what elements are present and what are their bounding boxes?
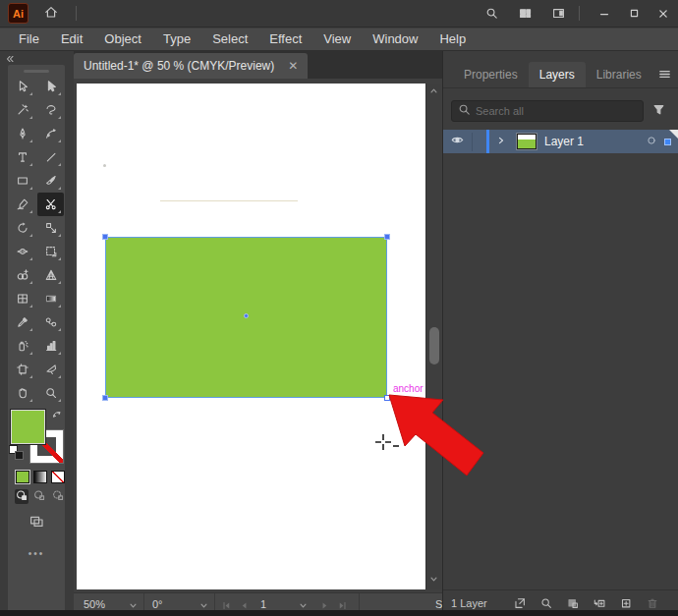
workspace-switcher-icon[interactable]: [514, 3, 536, 25]
layer-thumbnail[interactable]: [517, 134, 537, 149]
window-bottom-edge: [0, 610, 678, 616]
shape-builder-tool[interactable]: [9, 263, 35, 287]
search-icon[interactable]: [480, 3, 502, 25]
mesh-tool[interactable]: [9, 287, 35, 310]
paintbrush-tool[interactable]: [37, 169, 64, 193]
menu-item-file[interactable]: File: [8, 29, 50, 49]
lasso-tool[interactable]: [37, 98, 64, 122]
swap-fill-stroke-icon[interactable]: [51, 408, 64, 425]
scissors-icon: [44, 197, 58, 211]
scroll-down-icon[interactable]: [428, 571, 439, 588]
locate-object-icon[interactable]: [539, 596, 553, 610]
menu-item-effect[interactable]: Effect: [258, 29, 312, 49]
artboard-number[interactable]: 1: [260, 598, 266, 610]
magic-wand-tool[interactable]: [9, 98, 35, 122]
filter-icon[interactable]: [651, 102, 666, 121]
eyedropper-tool[interactable]: [9, 310, 35, 334]
panel-menu-icon[interactable]: [657, 67, 672, 85]
panel-grip[interactable]: [24, 70, 49, 73]
artboard-icon: [16, 363, 29, 376]
zoom-tool[interactable]: [37, 381, 64, 405]
symbol-sprayer-tool[interactable]: [9, 334, 35, 358]
scroll-up-icon[interactable]: [428, 83, 439, 100]
scissors-tool[interactable]: [37, 193, 64, 216]
expand-layer-icon[interactable]: [495, 133, 507, 150]
search-input[interactable]: [476, 105, 638, 117]
rotate-tool[interactable]: [9, 216, 35, 240]
menu-item-object[interactable]: Object: [93, 29, 152, 49]
visibility-eye-icon[interactable]: [443, 133, 473, 151]
create-sublayer-icon[interactable]: [593, 596, 606, 610]
screen-mode-icon[interactable]: [8, 504, 65, 532]
vertical-scrollbar[interactable]: [425, 84, 441, 589]
width-icon: [16, 245, 29, 258]
layer-row[interactable]: Layer 1: [443, 130, 678, 153]
layer-selection-indicator[interactable]: [664, 139, 671, 145]
menu-item-help[interactable]: Help: [428, 29, 477, 49]
menu-item-window[interactable]: Window: [362, 29, 428, 49]
anchor-handle-top-right[interactable]: [384, 234, 390, 240]
line-segment-tool[interactable]: [37, 145, 64, 169]
curvature-tool[interactable]: [37, 122, 64, 145]
make-clipping-mask-icon[interactable]: [566, 596, 580, 610]
color-button[interactable]: [16, 471, 29, 483]
draw-behind-icon[interactable]: [32, 489, 46, 504]
type-tool[interactable]: [9, 145, 35, 169]
center-point-handle[interactable]: [244, 313, 249, 318]
draw-normal-icon[interactable]: [15, 489, 28, 504]
eyedropper-icon: [16, 315, 29, 329]
anchor-handle-top-left[interactable]: [102, 234, 108, 240]
draw-inside-icon[interactable]: [51, 489, 65, 504]
app-logo-icon: Ai: [8, 3, 28, 24]
slice-tool[interactable]: [37, 358, 64, 381]
scrollbar-thumb[interactable]: [429, 327, 439, 364]
tab-libraries[interactable]: Libraries: [586, 62, 652, 87]
graph-tool[interactable]: [37, 334, 64, 358]
layer-target-icon[interactable]: [646, 133, 657, 150]
pen-tool[interactable]: [9, 122, 35, 145]
layer-name[interactable]: Layer 1: [544, 135, 584, 148]
none-button[interactable]: [51, 471, 65, 483]
selection-tool[interactable]: [9, 75, 35, 98]
rotation-value[interactable]: 0°: [152, 598, 163, 610]
close-tab-icon[interactable]: ✕: [288, 59, 298, 73]
mesh-icon: [16, 292, 29, 306]
create-new-layer-icon[interactable]: [619, 596, 633, 610]
free-transform-tool[interactable]: [37, 240, 64, 263]
default-fill-stroke-icon[interactable]: [9, 445, 24, 460]
artboard[interactable]: anchor: [77, 84, 425, 589]
gradient-tool[interactable]: [37, 287, 64, 310]
gradient-icon: [44, 292, 58, 306]
perspective-grid-tool[interactable]: [37, 263, 64, 287]
rectangle-tool[interactable]: [9, 169, 35, 193]
shaper-tool[interactable]: [9, 193, 35, 216]
width-tool[interactable]: [9, 240, 35, 263]
rectangle-icon: [16, 174, 29, 188]
anchor-handle-bottom-left[interactable]: [102, 395, 108, 401]
scale-tool[interactable]: [37, 216, 64, 240]
arrange-documents-icon[interactable]: [547, 3, 569, 25]
hand-tool[interactable]: [9, 381, 35, 405]
document-tab[interactable]: Untitled-1* @ 50 % (CMYK/Preview) ✕: [74, 53, 308, 79]
maximize-button[interactable]: [619, 1, 649, 27]
home-icon[interactable]: [40, 3, 62, 25]
blend-tool[interactable]: [37, 310, 64, 334]
stray-point: [103, 164, 106, 167]
menu-item-edit[interactable]: Edit: [50, 29, 93, 49]
close-button[interactable]: [649, 1, 678, 27]
menu-item-view[interactable]: View: [312, 29, 362, 49]
menu-item-type[interactable]: Type: [152, 29, 201, 49]
artboard-tool[interactable]: [9, 358, 35, 381]
canvas[interactable]: anchor: [74, 79, 442, 592]
tab-layers[interactable]: Layers: [529, 62, 586, 87]
tab-properties[interactable]: Properties: [453, 62, 529, 87]
direct-selection-tool[interactable]: [37, 75, 64, 98]
gradient-button[interactable]: [33, 471, 47, 483]
collect-for-export-icon[interactable]: [513, 596, 527, 610]
search-box[interactable]: [451, 100, 644, 122]
fill-color-swatch[interactable]: [11, 410, 45, 444]
minimize-button[interactable]: [590, 1, 619, 27]
menu-item-select[interactable]: Select: [201, 29, 258, 49]
edit-toolbar-button[interactable]: •••: [8, 532, 65, 559]
zoom-level-value[interactable]: 50%: [84, 598, 105, 610]
